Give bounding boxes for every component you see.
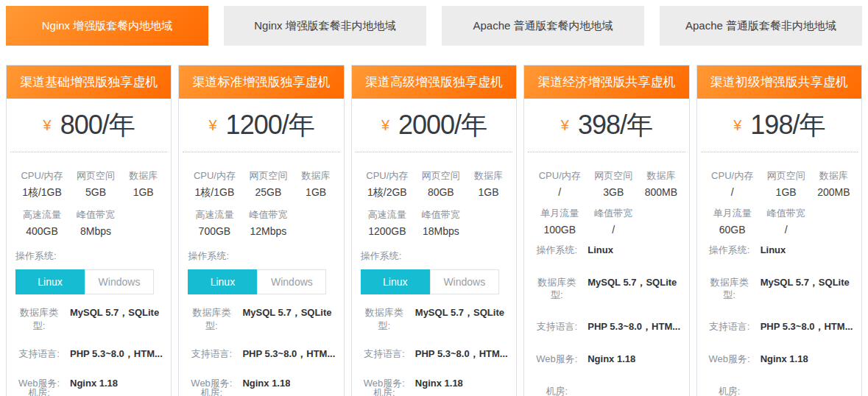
spec-value: 1GB (123, 185, 163, 203)
detail-rows: 操作系统:Linux数据库类型:MySQL 5.7，SQLite支持语言:PHP… (697, 241, 861, 396)
detail-value: MySQL 5.7，SQLite (761, 276, 850, 290)
plan-card-2: 渠道标准增强版独享虚机 ¥ 1200 /年 CPU/内存网页空间数据库1核/1G… (178, 65, 344, 396)
os-section: 操作系统:LinuxWindows (7, 242, 171, 294)
spec-value: 1核/2GB (361, 185, 414, 203)
price-unit: /年 (282, 107, 314, 144)
tab-2[interactable]: Nginx 增强版套餐非内地地域 (224, 6, 426, 46)
os-value: Linux (761, 244, 786, 258)
os-button-windows[interactable]: Windows (85, 269, 154, 294)
plan-price: ¥ 398 /年 (528, 99, 685, 152)
detail-label: Web服务: (533, 353, 580, 366)
plan-price: ¥ 198 /年 (701, 99, 858, 152)
os-label: 操作系统: (706, 244, 753, 257)
spec-label-line: 单月流量峰值带宽 (533, 202, 681, 222)
detail-rows: 操作系统:Linux数据库类型:MySQL 5.7，SQLite支持语言:PHP… (524, 241, 688, 396)
plan-card-5: 渠道初级增强版共享虚机 ¥ 198 /年 CPU/内存网页空间数据库/1GB20… (696, 65, 862, 396)
detail-label: Web服务: (706, 353, 753, 366)
detail-row: 数据库类型:MySQL 5.7，SQLite (533, 276, 682, 302)
detail-label: 机房: (188, 386, 235, 396)
spec-value: 400GB (15, 224, 68, 241)
detail-label: 支持语言: (361, 347, 408, 361)
detail-row: 数据库类型:MySQL 5.7，SQLite (188, 306, 337, 332)
spec-label: 数据库 (641, 164, 681, 185)
spec-label: 高速流量 (361, 203, 414, 224)
spec-label: 网页空间 (68, 164, 123, 185)
os-button-linux[interactable]: Linux (188, 269, 257, 294)
spec-label: 单月流量 (706, 202, 759, 222)
os-button-group: LinuxWindows (361, 269, 499, 294)
spec-value: / (586, 222, 641, 239)
spec-label: 峰值带宽 (759, 202, 814, 222)
tab-bar: Nginx 增强版套餐内地地域Nginx 增强版套餐非内地地域Apache 普通… (6, 6, 862, 46)
spec-label-line: CPU/内存网页空间数据库 (15, 164, 163, 185)
spec-value: 1GB (295, 185, 336, 203)
plan-title: 渠道经济增强版共享虚机 (524, 66, 688, 99)
tab-1[interactable]: Nginx 增强版套餐内地地域 (6, 6, 208, 46)
spec-label: 数据库 (468, 164, 509, 185)
os-label: 操作系统: (533, 244, 580, 257)
spec-label-line: 单月流量峰值带宽 (706, 202, 854, 222)
detail-value: MySQL 5.7，SQLite (415, 306, 504, 320)
spec-label: 峰值带宽 (586, 202, 641, 222)
tab-3[interactable]: Apache 普通版套餐内地地域 (442, 6, 644, 46)
detail-row: Web服务:Nginx 1.18 (533, 353, 682, 367)
detail-label: 支持语言: (533, 320, 580, 333)
os-row: 操作系统:Linux (533, 244, 682, 258)
spec-label: 峰值带宽 (241, 203, 295, 224)
spec-value: 1GB (468, 185, 509, 203)
detail-value: Nginx 1.18 (70, 377, 118, 391)
spec-label: 峰值带宽 (68, 203, 123, 224)
spec-value-line: 1200GB18Mbps (361, 224, 509, 241)
os-button-windows[interactable]: Windows (257, 269, 326, 294)
os-value: Linux (588, 244, 613, 258)
detail-label: 机房: (533, 385, 580, 396)
plan-title: 渠道基础增强版独享虚机 (7, 66, 171, 99)
detail-value: Nginx 1.18 (761, 353, 808, 367)
spec-value: 200MB (814, 185, 854, 202)
detail-value: PHP 5.3~8.0，HTM... (242, 347, 335, 361)
detail-label: 数据库类型: (188, 306, 235, 332)
currency-symbol: ¥ (561, 117, 569, 134)
spec-value: 1GB (759, 185, 814, 202)
detail-row: 支持语言:PHP 5.3~8.0，HTM... (706, 320, 855, 334)
spec-label: 网页空间 (414, 164, 468, 185)
spec-value: 1核/1GB (188, 185, 241, 203)
spec-value: 100GB (533, 222, 586, 239)
os-button-linux[interactable]: Linux (15, 269, 85, 294)
spec-value-line: /3GB800MB (533, 185, 681, 202)
detail-label: 支持语言: (15, 347, 63, 361)
detail-label: 数据库类型: (361, 306, 408, 332)
spec-label: 网页空间 (586, 164, 641, 185)
tab-4[interactable]: Apache 普通版套餐非内地地域 (660, 6, 862, 46)
spec-grid: CPU/内存网页空间数据库1核/1GB25GB1GB高速流量峰值带宽700GB1… (179, 152, 343, 242)
plan-title: 渠道标准增强版独享虚机 (179, 66, 343, 99)
spec-value: 80GB (414, 185, 468, 203)
detail-row: 支持语言:PHP 5.3~8.0，HTM... (361, 347, 510, 361)
detail-rows: 数据库类型:MySQL 5.7，SQLite支持语言:PHP 5.3~8.0，H… (7, 303, 171, 396)
spec-value: / (706, 185, 759, 202)
price-amount: 398 (578, 110, 620, 141)
os-button-windows[interactable]: Windows (430, 269, 499, 294)
plan-price: ¥ 1200 /年 (183, 99, 339, 152)
spec-label: 数据库 (123, 164, 163, 185)
detail-value: PHP 5.3~8.0，HTM... (70, 347, 163, 361)
spec-label: 高速流量 (188, 203, 241, 224)
spec-label: 数据库 (295, 164, 336, 185)
os-button-linux[interactable]: Linux (361, 269, 430, 294)
spec-label: 单月流量 (533, 202, 586, 222)
pricing-page: Nginx 增强版套餐内地地域Nginx 增强版套餐非内地地域Apache 普通… (0, 0, 868, 396)
spec-value: 3GB (586, 185, 641, 202)
spec-value: 700GB (188, 224, 241, 241)
spec-label: CPU/内存 (706, 164, 759, 185)
spec-value-line: 700GB12Mbps (188, 224, 336, 241)
detail-label: 支持语言: (706, 320, 753, 333)
spec-value: 60GB (706, 222, 759, 239)
spec-label: 峰值带宽 (414, 203, 468, 224)
spec-grid: CPU/内存网页空间数据库1核/2GB80GB1GB高速流量峰值带宽1200GB… (352, 152, 516, 242)
plan-title: 渠道初级增强版共享虚机 (697, 66, 861, 99)
spec-value-line: 1核/1GB5GB1GB (15, 185, 163, 203)
plan-price: ¥ 2000 /年 (356, 99, 512, 152)
detail-label: 数据库类型: (706, 276, 753, 302)
detail-row: 支持语言:PHP 5.3~8.0，HTM... (15, 347, 165, 361)
plan-price: ¥ 800 /年 (10, 99, 167, 152)
